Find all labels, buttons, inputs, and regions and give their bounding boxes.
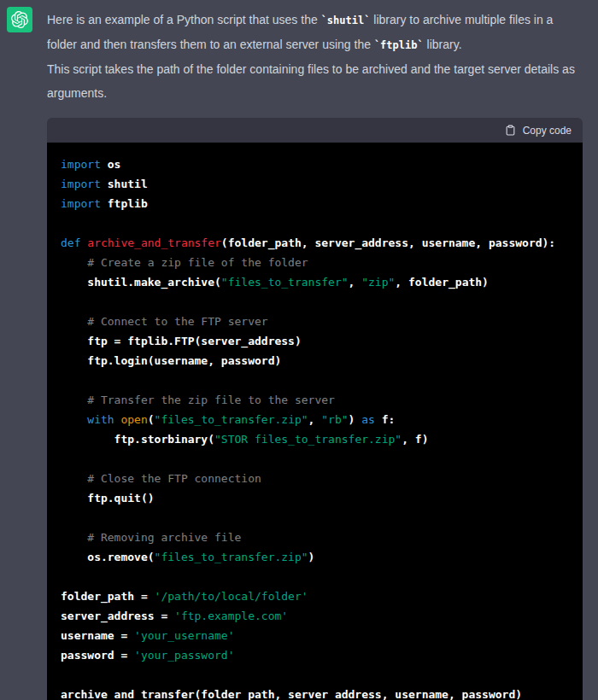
- code-line: ftp = ftplib.FTP(server_address): [61, 331, 569, 351]
- code-line: [61, 665, 569, 685]
- chatgpt-logo-icon: [11, 11, 28, 28]
- code-line: [61, 508, 569, 528]
- code-block: Copy code import osimport shutilimport f…: [47, 118, 583, 700]
- code-line: # Connect to the FTP server: [61, 312, 569, 331]
- code-line: [61, 567, 569, 586]
- code-line: folder_path = '/path/to/local/folder': [61, 586, 569, 606]
- copy-code-label: Copy code: [523, 125, 572, 137]
- code-line: ftp.login(username, password): [61, 351, 569, 370]
- paragraph: Here is an example of a Python script th…: [47, 8, 585, 57]
- code-line: import shutil: [61, 174, 569, 194]
- code-line: server_address = 'ftp.example.com': [61, 606, 569, 626]
- code-line: [61, 213, 569, 233]
- code-line: username = 'your_username': [61, 626, 569, 645]
- code-line: shutil.make_archive("files_to_transfer",…: [61, 272, 569, 292]
- code-line: ftp.quit(): [61, 488, 569, 508]
- message-content: Here is an example of a Python script th…: [47, 7, 585, 700]
- code-line: import ftplib: [61, 194, 569, 213]
- copy-code-button[interactable]: Copy code: [505, 124, 572, 137]
- code-line: [61, 449, 569, 469]
- code-line: # Transfer the zip file to the server: [61, 390, 569, 410]
- code-line: import os: [61, 155, 569, 174]
- inline-code: `shutil`: [321, 15, 371, 26]
- code-block-header: Copy code: [47, 118, 583, 143]
- code-line: # Close the FTP connection: [61, 469, 569, 488]
- chatgpt-avatar: [7, 7, 32, 32]
- code-content: import osimport shutilimport ftplib def …: [47, 143, 583, 700]
- code-line: os.remove("files_to_transfer.zip"): [61, 547, 569, 567]
- code-line: [61, 370, 569, 390]
- assistant-message: Here is an example of a Python script th…: [0, 0, 598, 700]
- code-line: password = 'your_password': [61, 645, 569, 665]
- paragraph: This script takes the path of the folder…: [47, 57, 585, 105]
- code-line: archive_and_transfer(folder_path, server…: [61, 685, 569, 700]
- code-line: # Removing archive file: [61, 528, 569, 547]
- code-line: def archive_and_transfer(folder_path, se…: [61, 233, 569, 253]
- code-line: [61, 292, 569, 312]
- message-text: Here is an example of a Python script th…: [47, 7, 585, 105]
- clipboard-icon: [505, 124, 516, 137]
- inline-code: `ftplib`: [374, 39, 424, 51]
- code-line: # Create a zip file of the folder: [61, 253, 569, 272]
- code-line: with open("files_to_transfer.zip", "rb")…: [61, 410, 569, 429]
- code-line: ftp.storbinary("STOR files_to_transfer.z…: [61, 429, 569, 449]
